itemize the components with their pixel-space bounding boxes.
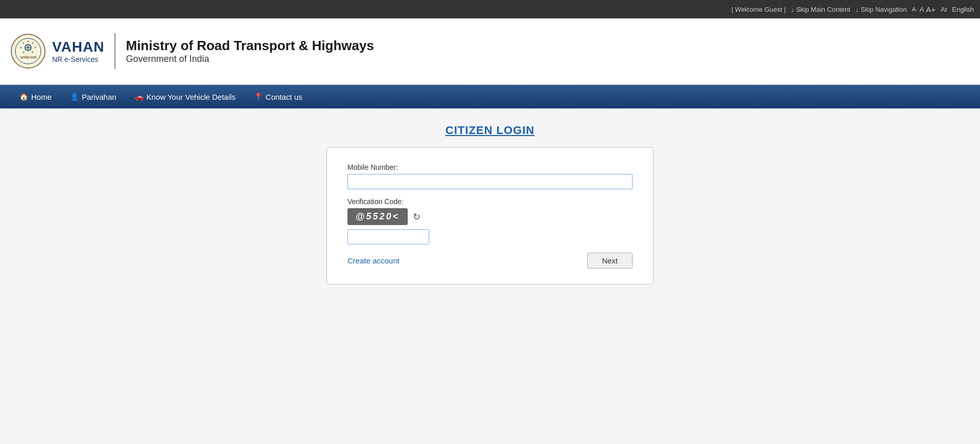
header-divider [114, 33, 115, 69]
main-content: CITIZEN LOGIN Mobile Number: Verificatio… [0, 108, 980, 444]
captcha-row: @5520< ↻ [347, 208, 633, 225]
form-footer: Create account Next [347, 253, 633, 269]
font-large[interactable]: A+ [926, 5, 936, 14]
font-normal[interactable]: A [920, 6, 924, 13]
location-icon: 📍 [254, 93, 263, 101]
at-label: At [941, 6, 947, 13]
svg-point-14 [23, 52, 25, 53]
svg-point-11 [32, 52, 34, 53]
vahan-title: VAHAN [52, 39, 104, 55]
nav-home[interactable]: 🏠 Home [10, 85, 61, 108]
font-controls: A- A A+ [912, 5, 936, 14]
captcha-input[interactable] [347, 229, 429, 245]
vahan-subtitle: NR e-Services [52, 55, 98, 63]
emblem-icon: सत्यमेव जयते [10, 33, 46, 69]
mobile-number-group: Mobile Number: [347, 163, 633, 189]
verification-label: Verification Code: [347, 197, 633, 206]
nav-contact[interactable]: 📍 Contact us [245, 85, 312, 108]
svg-text:सत्यमेव जयते: सत्यमेव जयते [19, 55, 37, 59]
verification-code-group: Verification Code: @5520< ↻ [347, 197, 633, 245]
svg-point-9 [32, 42, 34, 44]
language-selector[interactable]: English [952, 6, 974, 13]
nav-home-label: Home [31, 93, 52, 101]
skip-navigation[interactable]: ↓ Skip Navigation [855, 6, 906, 13]
parivahan-icon: 👤 [70, 93, 79, 101]
login-box: Mobile Number: Verification Code: @5520<… [326, 147, 654, 284]
nav-parivahan[interactable]: 👤 Parivahan [61, 85, 126, 108]
svg-point-13 [20, 47, 22, 49]
ministry-text: Ministry of Road Transport & Highways Go… [126, 38, 374, 64]
nav-know-vehicle-label: Know Your Vehicle Details [147, 93, 236, 101]
header-logo: सत्यमेव जयते VAHAN NR e-Services [10, 33, 104, 69]
captcha-display: @5520< [347, 208, 408, 225]
next-button[interactable]: Next [587, 253, 633, 269]
car-icon: 🚗 [135, 93, 144, 101]
svg-point-8 [28, 41, 29, 42]
svg-point-0 [11, 34, 45, 68]
navbar: 🏠 Home 👤 Parivahan 🚗 Know Your Vehicle D… [0, 85, 980, 108]
nav-know-vehicle[interactable]: 🚗 Know Your Vehicle Details [126, 85, 245, 108]
top-bar: | Welcome Guest | ↓ Skip Main Content ↓ … [0, 0, 980, 18]
ministry-sub: Government of India [126, 54, 374, 64]
home-icon: 🏠 [19, 93, 28, 101]
create-account-link[interactable]: Create account [347, 256, 400, 265]
page-title: CITIZEN LOGIN [446, 124, 534, 137]
mobile-input[interactable] [347, 174, 633, 189]
mobile-label: Mobile Number: [347, 163, 633, 171]
header: सत्यमेव जयते VAHAN NR e-Services Ministr… [0, 18, 980, 85]
vahan-branding: VAHAN NR e-Services [52, 39, 104, 63]
refresh-captcha-icon[interactable]: ↻ [413, 211, 421, 223]
nav-parivahan-label: Parivahan [82, 93, 116, 101]
skip-main-content[interactable]: ↓ Skip Main Content [791, 6, 850, 13]
welcome-text: | Welcome Guest | [732, 6, 786, 13]
svg-point-10 [35, 47, 36, 49]
ministry-title: Ministry of Road Transport & Highways [126, 38, 374, 54]
font-small[interactable]: A- [912, 6, 918, 12]
svg-point-12 [23, 42, 25, 44]
nav-contact-label: Contact us [266, 93, 302, 101]
